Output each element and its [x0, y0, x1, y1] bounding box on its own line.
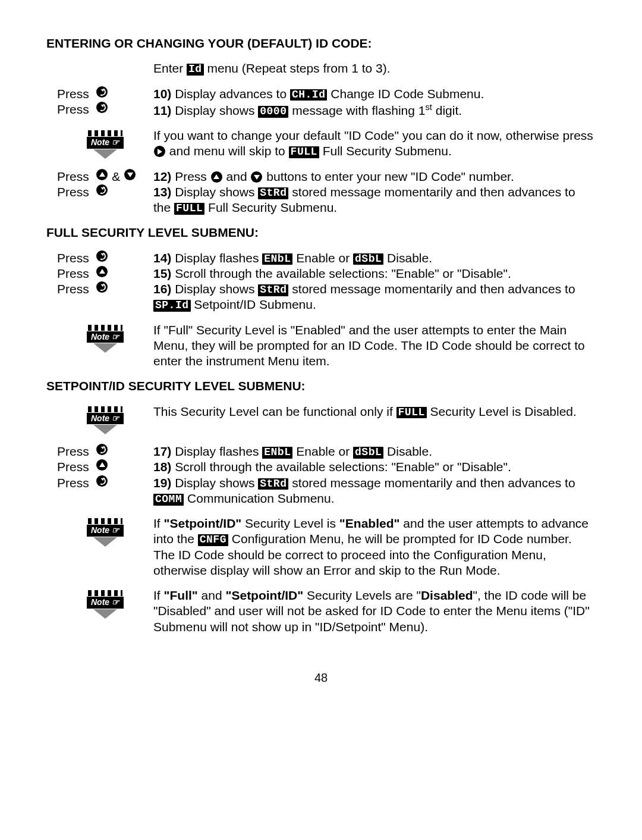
step-number: 11) [153, 104, 171, 117]
note-text: This Security Level can be functional on… [153, 405, 396, 418]
step-number: 10) [153, 87, 171, 101]
step-text: Display flashes [171, 444, 262, 458]
step-text: and [223, 170, 251, 183]
badge-strd: StRd [258, 187, 288, 199]
badge-enbl: ENbL [262, 253, 292, 265]
note-2-row: Note ☞ If "Full" Security Level is "Enab… [46, 322, 596, 369]
note-text-bold: "Setpoint/ID" [225, 588, 303, 602]
step-text: Press [171, 170, 210, 183]
step-10-row: Press 10) Display advances to CH.Id Chan… [46, 86, 596, 102]
step-text: Display shows [171, 185, 258, 199]
step-number: 13) [153, 185, 171, 199]
badge-dsbl: dSbL [353, 447, 383, 459]
badge-full: FULL [396, 407, 427, 419]
badge-0000: 0000 [258, 106, 288, 118]
heading-setpoint-id: SETPOINT/ID SECURITY LEVEL SUBMENU: [46, 378, 596, 394]
enter-icon [96, 250, 108, 262]
note-text: If "Full" Security Level is "Enabled" an… [153, 322, 596, 369]
badge-full: FULL [289, 146, 319, 158]
step-number: 12) [153, 170, 171, 183]
step-text: buttons to enter your new "ID Code" numb… [263, 170, 514, 183]
step-text: stored message momentarily and then adva… [288, 476, 575, 490]
note-3-row: Note ☞ This Security Level can be functi… [46, 404, 596, 435]
step-text: Enable or [292, 444, 353, 458]
step-number: 19) [153, 476, 171, 490]
step-11-row: Press 11) Display shows 0000 message wit… [46, 102, 596, 118]
step-15-row: Press 15) Scroll through the available s… [46, 266, 596, 281]
step-text: Display shows [171, 104, 258, 117]
enter-icon [96, 475, 108, 487]
press-label: Press [57, 86, 89, 102]
step-16-row: Press 16) Display shows StRd stored mess… [46, 281, 596, 313]
up-icon [96, 169, 108, 180]
note-text: Security Level is [241, 516, 339, 530]
note-text: If [153, 588, 164, 602]
badge-enbl: ENbL [262, 447, 292, 459]
enter-icon [96, 444, 108, 455]
press-label: Press [57, 250, 89, 266]
badge-dsbl: dSbL [353, 253, 383, 265]
step-13-row: Press 13) Display shows StRd stored mess… [46, 184, 596, 216]
up-icon [96, 459, 108, 471]
down-icon [251, 171, 262, 183]
step-number: 17) [153, 444, 171, 458]
badge-strd: StRd [258, 284, 288, 296]
heading-entering-id: ENTERING OR CHANGING YOUR (DEFAULT) ID C… [46, 36, 596, 51]
right-icon [154, 146, 165, 157]
note-5-row: Note ☞ If "Full" and "Setpoint/ID" Secur… [46, 588, 596, 635]
up-icon [211, 171, 222, 183]
step-text: stored message momentarily and then adva… [288, 282, 575, 296]
step-17-row: Press 17) Display flashes ENbL Enable or… [46, 444, 596, 459]
note-text: Full Security Submenu. [319, 144, 452, 158]
note-label: Note ☞ [87, 137, 124, 149]
step-text: Disable. [383, 251, 432, 265]
step-19-row: Press 19) Display shows StRd stored mess… [46, 475, 596, 507]
step-text: Communication Submenu. [184, 491, 334, 505]
intro-row: Enter Id menu (Repeat steps from 1 to 3)… [46, 61, 596, 76]
press-label: Press [57, 184, 89, 200]
press-label: Press [57, 475, 89, 491]
badge-id: Id [187, 64, 204, 76]
step-number: 15) [153, 267, 171, 280]
note-text: Security Level is Disabled. [427, 405, 577, 418]
heading-full-security: FULL SECURITY LEVEL SUBMENU: [46, 225, 596, 240]
note-1-row: Note ☞ If you want to change your defaul… [46, 128, 596, 159]
enter-icon [96, 184, 108, 196]
note-label: Note ☞ [87, 331, 124, 343]
step-14-row: Press 14) Display flashes ENbL Enable or… [46, 250, 596, 266]
down-icon [124, 169, 136, 180]
press-label: Press [57, 102, 89, 117]
badge-comm: COMM [153, 494, 184, 506]
step-text: Scroll through the available selections:… [171, 267, 511, 280]
note-label: Note ☞ [87, 525, 124, 537]
page-number: 48 [46, 670, 596, 685]
step-text: Change ID Code Submenu. [327, 87, 484, 101]
badge-cnfg: CNFG [198, 534, 228, 546]
note-4-row: Note ☞ If "Setpoint/ID" Security Level i… [46, 516, 596, 578]
press-label: Press [57, 281, 89, 297]
note-text-bold: "Full" [164, 588, 198, 602]
step-text: digit. [432, 104, 462, 117]
step-text: Disable. [383, 444, 432, 458]
enter-icon [96, 86, 108, 98]
press-label: Press [57, 266, 89, 281]
note-text: Security Levels are " [303, 588, 421, 602]
note-text-bold: "Enabled" [339, 516, 400, 530]
step-text: Display flashes [171, 251, 262, 265]
sup-st: st [425, 102, 432, 112]
step-18-row: Press 18) Scroll through the available s… [46, 459, 596, 475]
enter-label: Enter [153, 61, 183, 75]
intro-text: menu (Repeat steps from 1 to 3). [204, 61, 391, 75]
note-icon: Note ☞ [87, 518, 124, 547]
press-label: Press [57, 459, 89, 475]
note-icon: Note ☞ [87, 130, 124, 159]
enter-icon [96, 102, 108, 113]
press-label: Press [57, 444, 89, 459]
note-text: and menu will skip to [166, 144, 289, 158]
step-number: 18) [153, 460, 171, 474]
note-icon: Note ☞ [87, 590, 124, 619]
enter-icon [96, 281, 108, 293]
note-text: If [153, 516, 164, 530]
note-icon: Note ☞ [87, 406, 124, 435]
step-text: Display advances to [171, 87, 290, 101]
